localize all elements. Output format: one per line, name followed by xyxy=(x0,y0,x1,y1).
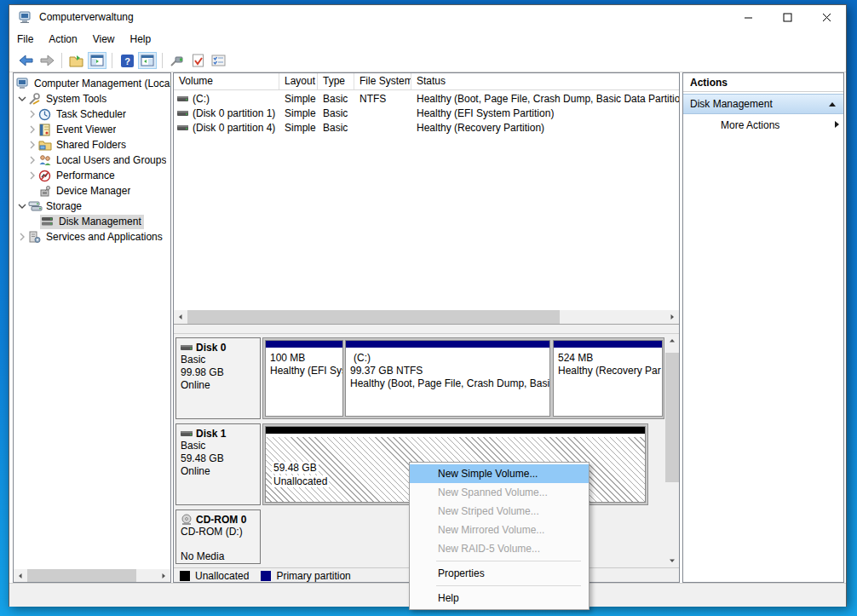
menubar: File Action View Help xyxy=(9,29,846,49)
tree-item-disk-management[interactable]: Disk Management xyxy=(14,214,170,229)
collapse-caret-icon[interactable] xyxy=(828,98,837,110)
console-tree-pane: Computer Management (Local System Tools xyxy=(13,72,171,583)
snapin-tool-icon[interactable] xyxy=(168,52,187,69)
tree-item-device-manager[interactable]: Device Manager xyxy=(14,183,170,199)
back-icon[interactable] xyxy=(17,52,36,69)
tree-item-event-viewer[interactable]: Event Viewer xyxy=(14,122,170,137)
chevron-collapsed-icon[interactable] xyxy=(16,231,28,243)
column-header-volume[interactable]: Volume xyxy=(174,73,279,89)
submenu-arrow-icon xyxy=(834,119,840,131)
partition-c[interactable]: (C:) 99.37 GB NTFS Healthy (Boot, Page F… xyxy=(345,340,550,417)
tree-item-services-and-applications[interactable]: Services and Applications xyxy=(14,229,170,245)
primary-partition-band xyxy=(554,341,662,349)
chevron-collapsed-icon[interactable] xyxy=(26,139,38,151)
scrollbar-thumb[interactable] xyxy=(27,569,136,582)
chevron-expanded-icon[interactable] xyxy=(16,200,28,212)
disk0-partitions-strip: 100 MB Healthy (EFI Sys (C:) 99.37 GB NT… xyxy=(262,337,664,419)
disk-icon xyxy=(181,343,193,352)
scroll-up-icon[interactable] xyxy=(665,334,679,348)
column-header-type[interactable]: Type xyxy=(318,73,354,89)
chevron-collapsed-icon[interactable] xyxy=(26,170,38,181)
menu-item-new-simple-volume[interactable]: New Simple Volume... xyxy=(410,464,589,483)
forward-icon[interactable] xyxy=(37,52,56,69)
toolbar-separator xyxy=(162,53,163,68)
chevron-expanded-icon[interactable] xyxy=(16,93,28,105)
graphical-view-vertical-scrollbar[interactable] xyxy=(665,334,679,567)
services-icon xyxy=(28,231,43,244)
volume-row-partition1[interactable]: (Disk 0 partition 1) Simple Basic Health… xyxy=(174,106,679,120)
disk0-label[interactable]: Disk 0 Basic 99.98 GB Online xyxy=(175,337,261,419)
scrollbar-thumb[interactable] xyxy=(665,353,679,482)
selected-tree-item: Disk Management xyxy=(40,215,144,229)
scroll-left-icon[interactable] xyxy=(14,569,27,582)
volume-list-horizontal-scrollbar[interactable] xyxy=(174,310,679,324)
volume-list: (C:) Simple Basic NTFS Healthy (Boot, Pa… xyxy=(174,91,679,135)
menu-action[interactable]: Action xyxy=(41,30,84,49)
partition-recovery[interactable]: 524 MB Healthy (Recovery Par xyxy=(553,340,663,417)
volume-icon xyxy=(177,123,189,133)
checklist-icon[interactable] xyxy=(209,52,227,69)
scroll-left-icon[interactable] xyxy=(174,310,187,324)
disk0-kind: Basic xyxy=(181,354,258,366)
tree-item-performance[interactable]: Performance xyxy=(14,168,170,183)
disk1-label[interactable]: Disk 1 Basic 59.48 GB Online xyxy=(175,423,261,505)
tree-item-computer-management[interactable]: Computer Management (Local xyxy=(14,76,170,91)
disk1-name: Disk 1 xyxy=(196,428,226,440)
help-icon[interactable]: ? xyxy=(118,52,136,69)
chevron-collapsed-icon[interactable] xyxy=(26,154,38,166)
unallocated-legend-label: Unallocated xyxy=(195,570,249,582)
toolbar-separator xyxy=(61,53,62,68)
close-icon[interactable] xyxy=(807,5,846,29)
more-actions-item[interactable]: More Actions xyxy=(683,114,843,136)
unallocated-band xyxy=(266,427,645,435)
disk1-kind: Basic xyxy=(181,440,258,452)
menu-help[interactable]: Help xyxy=(123,30,159,49)
show-console-tree-icon[interactable] xyxy=(88,52,106,69)
menu-item-properties[interactable]: Properties xyxy=(410,564,589,583)
toolbar: ? xyxy=(9,49,846,72)
volume-list-header: Volume Layout Type File System Status xyxy=(174,73,679,90)
actions-group-disk-management[interactable]: Disk Management xyxy=(683,94,843,114)
disk0-name: Disk 0 xyxy=(196,342,226,354)
menu-view[interactable]: View xyxy=(85,30,123,49)
scroll-down-icon[interactable] xyxy=(665,554,679,567)
minimize-icon[interactable] xyxy=(728,5,768,29)
chevron-collapsed-icon[interactable] xyxy=(26,124,38,135)
document-check-icon[interactable] xyxy=(188,52,207,69)
cdrom-state: No Media xyxy=(181,550,258,563)
disk-management-icon xyxy=(41,216,55,228)
maximize-icon[interactable] xyxy=(768,5,807,29)
tree-item-storage[interactable]: Storage xyxy=(14,199,170,214)
column-header-file-system[interactable]: File System xyxy=(354,73,411,89)
scroll-right-icon[interactable] xyxy=(665,310,679,324)
cdrom-label[interactable]: CD-ROM 0 CD-ROM (D:) No Media xyxy=(175,509,261,564)
tree-item-shared-folders[interactable]: Shared Folders xyxy=(14,137,170,153)
tree-item-system-tools[interactable]: System Tools xyxy=(14,91,170,107)
menu-item-help[interactable]: Help xyxy=(410,589,589,607)
tree-horizontal-scrollbar[interactable] xyxy=(14,569,170,582)
volume-row-partition4[interactable]: (Disk 0 partition 4) Simple Basic Health… xyxy=(174,120,679,135)
column-header-layout[interactable]: Layout xyxy=(279,73,318,89)
desktop: Computerverwaltung File Action View Help xyxy=(0,0,857,616)
titlebar: Computerverwaltung xyxy=(9,5,846,29)
show-action-pane-icon[interactable] xyxy=(138,52,157,69)
pane-splitter[interactable] xyxy=(174,324,679,334)
tree-item-local-users-and-groups[interactable]: Local Users and Groups xyxy=(14,153,170,168)
export-folder-icon[interactable] xyxy=(67,52,86,69)
scroll-right-icon[interactable] xyxy=(157,569,170,582)
device-manager-icon xyxy=(38,185,53,198)
cdrom-name: CD-ROM 0 xyxy=(196,514,246,526)
volume-icon xyxy=(177,94,189,104)
scrollbar-thumb[interactable] xyxy=(187,310,560,324)
volume-row-c[interactable]: (C:) Simple Basic NTFS Healthy (Boot, Pa… xyxy=(174,91,679,106)
column-header-status[interactable]: Status xyxy=(411,73,679,89)
partition-efi[interactable]: 100 MB Healthy (EFI Sys xyxy=(265,340,343,417)
tree-item-task-scheduler[interactable]: Task Scheduler xyxy=(14,107,170,122)
chevron-collapsed-icon[interactable] xyxy=(26,108,38,120)
primary-partition-band xyxy=(266,341,342,349)
shared-folders-icon xyxy=(38,139,53,152)
menu-file[interactable]: File xyxy=(9,30,41,49)
menu-item-new-mirrored-volume: New Mirrored Volume... xyxy=(410,521,589,539)
menu-item-new-spanned-volume: New Spanned Volume... xyxy=(410,483,589,502)
actions-pane-title: Actions xyxy=(683,73,843,92)
